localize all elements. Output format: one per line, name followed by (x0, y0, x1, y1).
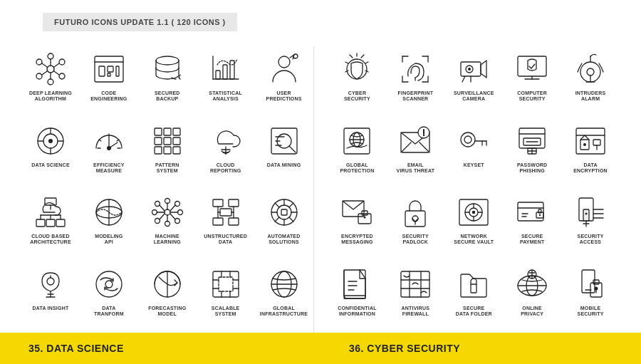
svg-rect-210 (583, 209, 589, 221)
data-transform-label: DATATRANFORM (94, 306, 124, 318)
svg-point-112 (105, 281, 113, 288)
svg-point-2 (36, 73, 42, 79)
secure-data-folder-label: SECUREDATA FOLDER (456, 306, 492, 318)
icon-antivirus-firewall: ANTIVIRUSFIREWALL (386, 261, 444, 333)
keyset-label: KEYSET (464, 162, 484, 168)
svg-line-132 (365, 62, 368, 63)
svg-rect-59 (46, 219, 55, 227)
svg-rect-20 (216, 71, 220, 79)
svg-rect-40 (164, 128, 171, 135)
svg-rect-47 (173, 147, 180, 154)
svg-point-184 (583, 143, 586, 146)
cyber-security-label: CYBERSECURITY (344, 90, 370, 103)
svg-rect-115 (213, 271, 239, 297)
online-privacy-label: ONLINEPRIVACY (521, 306, 543, 318)
svg-point-236 (595, 286, 598, 290)
svg-line-165 (419, 142, 429, 152)
icon-scalable-system: SCALABLESYSTEM (197, 261, 255, 333)
svg-line-11 (42, 71, 47, 75)
svg-rect-45 (155, 147, 162, 154)
svg-point-109 (47, 278, 54, 285)
svg-point-192 (412, 216, 418, 222)
svg-point-208 (539, 214, 541, 216)
svg-rect-16 (108, 66, 113, 72)
icon-fingerprint-scanner: FINGERPRINTSCANNER (386, 46, 444, 118)
secured-backup-label: SECUREDBACKUP (155, 90, 180, 103)
svg-rect-42 (155, 137, 162, 145)
svg-rect-235 (593, 280, 599, 284)
unstructured-data-label: UNSTRUCTUREDDATA (204, 234, 247, 246)
svg-rect-18 (116, 66, 119, 76)
icon-network-secure-vault: NETWORKSECURE VAULT (444, 189, 503, 261)
svg-point-5 (48, 53, 53, 59)
right-panel: CYBERSECURITY FINGERPRINTSCANNER (314, 39, 620, 333)
svg-point-170 (464, 136, 471, 143)
efficiency-measure-label: EFFICIENCYMEASURE (93, 162, 125, 175)
svg-point-3 (59, 59, 65, 65)
network-secure-vault-label: NETWORKSECURE VAULT (454, 234, 494, 246)
icon-data-science: DATA SCIENCE (21, 118, 80, 190)
svg-rect-41 (173, 128, 180, 135)
icon-code-engineering: CODEENGINEERING (80, 46, 138, 118)
right-icons-grid: CYBERSECURITY FINGERPRINTSCANNER (328, 39, 620, 333)
icon-confidential-info: CONFIDENTIALINFORMATION (328, 261, 387, 333)
svg-rect-44 (173, 137, 180, 145)
svg-line-164 (401, 142, 411, 152)
fingerprint-scanner-label: FINGERPRINTSCANNER (398, 90, 434, 103)
svg-rect-21 (223, 65, 227, 79)
email-virus-threat-label: EMAILVIRUS THREAT (397, 162, 435, 175)
icon-mobile-security: MOBILESECURITY (561, 261, 620, 333)
scalable-system-label: SCALABLESYSTEM (212, 306, 240, 318)
icon-security-access: SECURITYACCESS (561, 189, 620, 261)
svg-point-19 (156, 56, 179, 65)
svg-point-155 (587, 68, 594, 76)
svg-line-9 (42, 63, 47, 67)
icon-surveillance-camera: SURVEILLANCECAMERA (444, 46, 503, 118)
password-phishing-label: PASSWORDPHISHING (517, 162, 547, 175)
svg-point-190 (364, 217, 366, 219)
icon-global-infrastructure: GLOBALINFRASTRUCTURE (255, 261, 313, 333)
icon-email-virus-threat: EMAILVIRUS THREAT (386, 118, 444, 190)
confidential-info-label: CONFIDENTIALINFORMATION (338, 306, 377, 318)
svg-rect-224 (401, 271, 429, 297)
svg-line-10 (54, 63, 59, 67)
modeling-api-label: MODELINGAPI (95, 234, 123, 246)
svg-point-23 (278, 56, 290, 68)
machine-learning-label: MACHINELEARNING (154, 234, 181, 246)
forecasting-model-label: FORECASTINGMODEL (148, 306, 186, 318)
icon-data-mining: DATA MINING (255, 118, 313, 190)
svg-marker-146 (481, 61, 486, 78)
global-protection-label: GLOBALPROTECTION (340, 162, 375, 175)
badge-text: FUTURO ICONS UPDATE 1.1 ( 120 ICONS ) (54, 18, 226, 26)
icon-data-encryption: DATAENCRYPTION (561, 118, 620, 190)
icon-cloud-reporting: CLOUDREPORTING (197, 118, 255, 190)
svg-line-104 (289, 203, 293, 207)
left-footer-label: 35. DATA SCIENCE (28, 343, 124, 354)
svg-point-0 (47, 66, 54, 73)
svg-line-80 (170, 205, 175, 211)
svg-point-1 (36, 59, 42, 65)
svg-rect-86 (213, 199, 223, 207)
left-panel: DEEP LEARNINGALGORITHM CODEENGINEERING (21, 39, 313, 333)
global-infrastructure-label: GLOBALINFRASTRUCTURE (260, 306, 308, 318)
svg-rect-90 (220, 209, 231, 216)
svg-rect-88 (213, 218, 223, 225)
data-insight-label: DATA INSIGHT (33, 306, 69, 311)
svg-rect-22 (230, 61, 234, 79)
svg-line-102 (275, 203, 279, 207)
svg-point-72 (174, 202, 179, 207)
svg-rect-201 (472, 211, 475, 214)
svg-point-34 (107, 146, 111, 150)
icon-online-privacy: ONLINEPRIVACY (503, 261, 561, 333)
deep-learning-label: DEEP LEARNINGALGORITHM (29, 90, 72, 103)
left-footer-bar: 35. DATA SCIENCE (0, 333, 328, 364)
icon-modeling-api: MODELINGAPI (80, 189, 138, 261)
cloud-reporting-label: CLOUDREPORTING (210, 162, 241, 175)
svg-rect-185 (593, 140, 600, 145)
icon-intruders-alarm: INTRUDERSALARM (561, 46, 620, 118)
svg-point-69 (165, 209, 170, 215)
svg-rect-15 (99, 66, 105, 76)
svg-line-135 (345, 71, 348, 72)
svg-rect-97 (281, 209, 287, 215)
cloud-based-arch-label: CLOUD BASEDARCHITECTURE (30, 234, 71, 246)
